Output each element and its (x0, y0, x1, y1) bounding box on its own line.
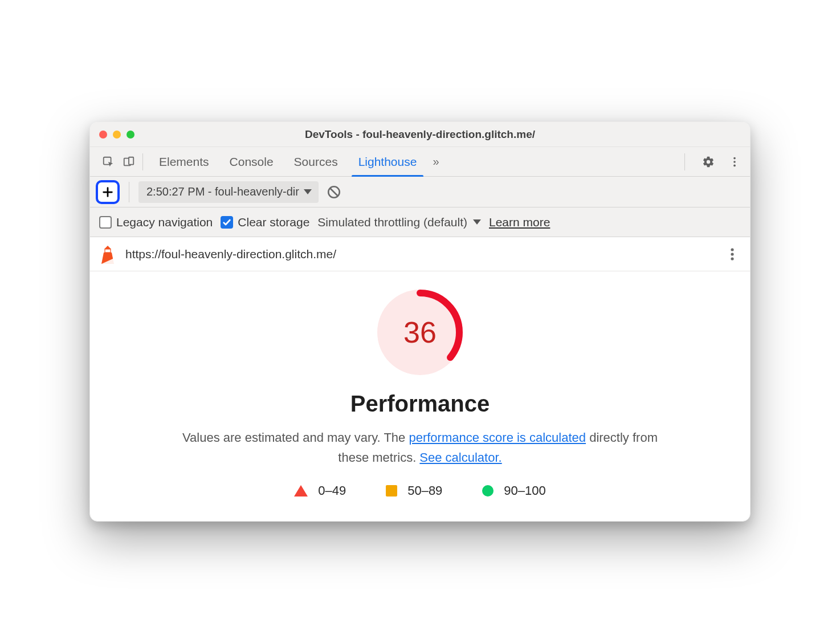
learn-more-link[interactable]: Learn more (489, 215, 550, 229)
divider (684, 153, 685, 170)
score-legend: 0–49 50–89 90–100 (113, 483, 727, 498)
lighthouse-report: 36 Performance Values are estimated and … (90, 271, 750, 520)
lighthouse-report-bar: 2:50:27 PM - foul-heavenly-dir (90, 177, 750, 207)
triangle-icon (294, 485, 308, 497)
legend-fail-label: 0–49 (318, 483, 346, 498)
report-select[interactable]: 2:50:27 PM - foul-heavenly-dir (138, 181, 319, 203)
svg-rect-2 (129, 157, 133, 165)
devtools-toolbar: Elements Console Sources Lighthouse » (90, 147, 750, 177)
report-select-label: 2:50:27 PM - foul-heavenly-dir (146, 185, 299, 198)
score-calc-link[interactable]: performance score is calculated (409, 430, 586, 445)
zoom-window-icon[interactable] (127, 131, 134, 139)
legacy-nav-option[interactable]: Legacy navigation (99, 215, 213, 229)
window-title: DevTools - foul-heavenly-direction.glitc… (90, 128, 750, 141)
throttling-select[interactable]: Simulated throttling (default) (317, 215, 481, 229)
new-report-button[interactable] (96, 180, 120, 204)
panel-tabs: Elements Console Sources Lighthouse (149, 147, 427, 176)
svg-point-3 (733, 157, 736, 160)
legend-pass: 90–100 (482, 483, 545, 498)
svg-point-15 (731, 253, 733, 255)
clear-storage-checkbox[interactable] (221, 216, 233, 229)
svg-line-9 (330, 188, 337, 196)
report-tools-menu-icon[interactable] (724, 246, 741, 263)
chevron-down-icon (473, 219, 481, 225)
legend-avg-label: 50–89 (407, 483, 442, 498)
performance-score: 36 (377, 290, 463, 375)
tab-sources[interactable]: Sources (284, 147, 348, 176)
performance-gauge: 36 (377, 290, 463, 375)
lighthouse-logo-icon (99, 245, 116, 264)
report-url-bar: https://foul-heavenly-direction.glitch.m… (90, 237, 750, 271)
score-blurb: Values are estimated and may vary. The p… (181, 428, 659, 467)
legacy-nav-label: Legacy navigation (116, 215, 213, 229)
throttling-label: Simulated throttling (default) (317, 215, 467, 229)
tab-lighthouse[interactable]: Lighthouse (348, 147, 427, 176)
svg-point-4 (733, 161, 736, 163)
minimize-window-icon[interactable] (113, 131, 121, 139)
svg-point-14 (731, 248, 733, 251)
audited-url: https://foul-heavenly-direction.glitch.m… (125, 247, 715, 261)
divider (142, 153, 143, 170)
legacy-nav-checkbox[interactable] (99, 216, 112, 229)
settings-gear-icon[interactable] (700, 153, 717, 170)
kebab-menu-icon[interactable] (726, 153, 743, 170)
lighthouse-options: Legacy navigation Clear storage Simulate… (90, 207, 750, 237)
calculator-link[interactable]: See calculator. (419, 450, 501, 465)
clear-storage-label: Clear storage (238, 215, 309, 229)
legend-fail: 0–49 (294, 483, 346, 498)
legend-average: 50–89 (386, 483, 442, 498)
svg-rect-11 (105, 249, 111, 253)
inspect-element-icon[interactable] (100, 154, 116, 170)
divider (129, 182, 129, 202)
tab-elements[interactable]: Elements (149, 147, 219, 176)
legend-pass-label: 90–100 (504, 483, 545, 498)
clear-report-button[interactable] (324, 182, 344, 202)
close-window-icon[interactable] (99, 131, 107, 139)
svg-point-16 (731, 257, 733, 260)
category-title: Performance (113, 391, 727, 417)
window-controls (99, 131, 134, 139)
tabs-overflow-icon[interactable]: » (427, 155, 445, 168)
chevron-down-icon (304, 189, 312, 194)
blurb-text: Values are estimated and may vary. The (182, 430, 409, 445)
device-toggle-icon[interactable] (121, 154, 137, 170)
svg-marker-10 (104, 246, 111, 249)
clear-storage-option[interactable]: Clear storage (221, 215, 309, 229)
square-icon (386, 485, 397, 497)
devtools-window: DevTools - foul-heavenly-direction.glitc… (89, 121, 751, 521)
tab-console[interactable]: Console (219, 147, 284, 176)
titlebar: DevTools - foul-heavenly-direction.glitc… (90, 122, 750, 147)
svg-point-5 (733, 164, 736, 166)
circle-icon (482, 485, 494, 497)
